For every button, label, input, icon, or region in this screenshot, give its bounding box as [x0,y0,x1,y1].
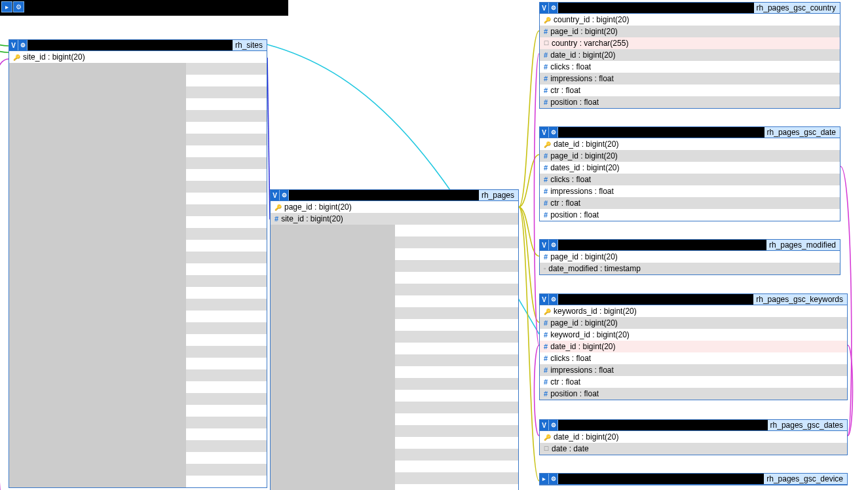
redacted-schema-name [558,294,753,305]
field-label: position : float [550,98,599,107]
field-row[interactable]: date_id : bigint(20) [540,49,840,61]
table-header[interactable]: rh_pages_gsc_dates [540,420,847,431]
table-header[interactable]: rh_pages_gsc_keywords [540,294,847,305]
field-row[interactable]: impressions : float [540,185,840,197]
field-row[interactable]: page_id : bigint(20) [540,26,840,37]
collapse-toggle-icon[interactable] [540,294,549,305]
gear-icon[interactable] [549,240,558,250]
collapse-toggle-icon[interactable] [271,190,280,200]
field-row[interactable]: date : date [540,443,847,455]
table-header[interactable]: rh_pages_gsc_country [540,3,840,14]
field-row[interactable]: impressions : float [540,73,840,85]
redacted-schema-name [558,420,768,430]
table-header[interactable]: rh_pages_modified [540,240,840,251]
gear-icon[interactable] [549,294,558,305]
field-label: impressions : float [550,187,614,196]
field-row[interactable]: keywords_id : bigint(20) [540,305,847,317]
numeric-field-icon [544,75,548,83]
field-row[interactable]: date_id : bigint(20) [540,341,847,352]
collapse-toggle-icon[interactable] [540,3,549,13]
numeric-field-icon [544,253,548,261]
table-name-label: rh_pages_gsc_device [764,474,847,484]
field-row[interactable]: site_id : bigint(20) [271,213,518,225]
gear-icon[interactable] [549,420,558,430]
gear-icon[interactable] [549,474,558,484]
field-label: clicks : float [550,354,591,363]
collapse-toggle-icon[interactable] [540,127,549,138]
table-header[interactable]: rh_sites [9,40,267,51]
redacted-schema-name [558,474,764,484]
redacted-schema-name [289,190,479,200]
table-header[interactable]: rh_pages_gsc_device [540,474,847,485]
numeric-field-icon [544,152,548,160]
numeric-field-icon [544,86,548,94]
toolbar-icon-2[interactable]: ⚙ [13,1,24,12]
redacted-schema-name [28,40,233,50]
field-row[interactable]: date_modified : timestamp [540,263,840,274]
table-rh_pages[interactable]: rh_pagespage_id : bigint(20)site_id : bi… [270,189,519,490]
table-rh_pages_gsc_device[interactable]: rh_pages_gsc_device [539,473,848,485]
field-row[interactable]: page_id : bigint(20) [540,150,840,162]
field-row[interactable]: country : varchar(255) [540,37,840,49]
field-row[interactable]: position : float [540,209,840,221]
table-rh_pages_gsc_country[interactable]: rh_pages_gsc_countrycountry_id : bigint(… [539,2,840,109]
field-row[interactable]: ctr : float [540,85,840,96]
redacted-schema-name [558,127,764,138]
numeric-field-icon [544,28,548,35]
field-row[interactable]: position : float [540,388,847,400]
gear-icon[interactable] [549,3,558,13]
gear-icon[interactable] [549,127,558,138]
date-field-icon [544,265,546,272]
primary-key-icon [13,54,20,61]
field-row[interactable]: clicks : float [540,174,840,185]
numeric-field-icon [544,343,548,350]
redacted-schema-name [558,240,766,250]
field-row[interactable]: ctr : float [540,376,847,388]
numeric-field-icon [544,366,548,374]
field-label: date_id : bigint(20) [550,342,615,351]
numeric-field-icon [544,51,548,59]
table-rh_pages_modified[interactable]: rh_pages_modifiedpage_id : bigint(20)dat… [539,239,840,275]
table-rh_sites[interactable]: rh_sitessite_id : bigint(20) [9,39,267,488]
collapse-toggle-icon[interactable] [540,474,549,484]
table-rh_pages_gsc_keywords[interactable]: rh_pages_gsc_keywordskeywords_id : bigin… [539,293,848,400]
table-rh_pages_gsc_dates[interactable]: rh_pages_gsc_datesdate_id : bigint(20)da… [539,419,848,455]
gear-icon[interactable] [18,40,28,50]
field-row[interactable]: country_id : bigint(20) [540,14,840,26]
field-label: date : date [552,444,589,453]
toolbar-icon-1[interactable]: ▸ [1,1,12,12]
field-row[interactable]: site_id : bigint(20) [9,51,267,63]
numeric-field-icon [544,390,548,398]
field-row[interactable]: keyword_id : bigint(20) [540,329,847,341]
field-label: page_id : bigint(20) [550,252,618,261]
field-row[interactable]: clicks : float [540,61,840,73]
collapse-toggle-icon[interactable] [9,40,18,50]
field-row[interactable]: clicks : float [540,352,847,364]
field-row[interactable]: page_id : bigint(20) [540,251,840,263]
field-label: page_id : bigint(20) [550,151,618,160]
numeric-field-icon [544,319,548,327]
field-label: impressions : float [550,366,614,375]
field-row[interactable]: impressions : float [540,364,847,376]
redacted-overlay [9,63,186,488]
field-row[interactable]: position : float [540,96,840,108]
field-row[interactable]: date_id : bigint(20) [540,138,840,150]
field-row[interactable]: dates_id : bigint(20) [540,162,840,174]
collapse-toggle-icon[interactable] [540,420,549,430]
field-label: clicks : float [550,175,591,184]
field-row[interactable]: date_id : bigint(20) [540,431,847,443]
field-row[interactable]: page_id : bigint(20) [540,317,847,329]
primary-key-icon [544,308,551,315]
table-header[interactable]: rh_pages [271,190,518,201]
table-rh_pages_gsc_date[interactable]: rh_pages_gsc_datedate_id : bigint(20)pag… [539,126,840,221]
field-row[interactable]: ctr : float [540,197,840,209]
table-header[interactable]: rh_pages_gsc_date [540,127,840,138]
gear-icon[interactable] [280,190,289,200]
field-label: position : float [550,210,599,219]
field-label: keywords_id : bigint(20) [554,307,637,316]
table-name-label: rh_sites [233,40,267,50]
primary-key-icon [274,204,282,211]
collapse-toggle-icon[interactable] [540,240,549,250]
field-row[interactable]: page_id : bigint(20) [271,201,518,213]
text-field-icon [544,40,549,47]
